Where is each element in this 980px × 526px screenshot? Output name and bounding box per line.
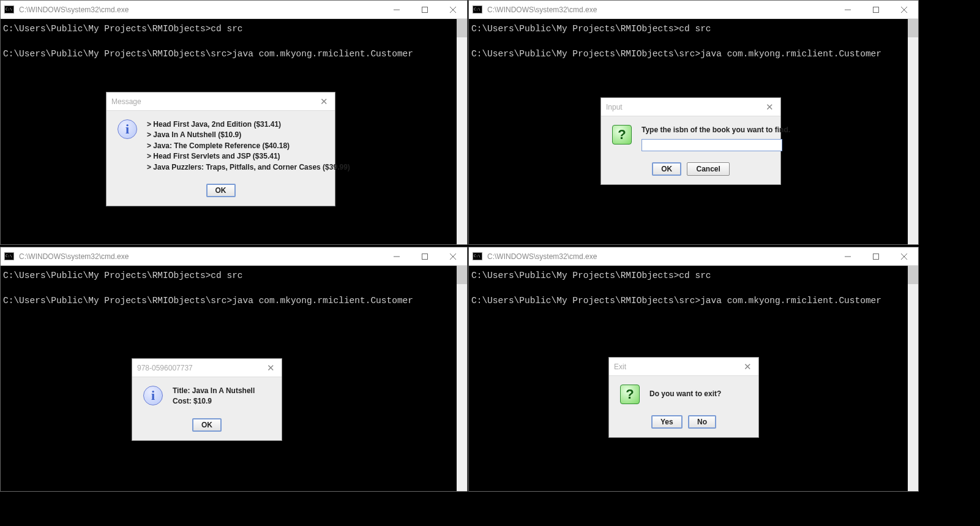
scroll-thumb[interactable] [457, 266, 467, 284]
message-dialog: Message ✕ i > Head First Java, 2nd Editi… [106, 92, 335, 206]
maximize-button[interactable] [862, 247, 890, 265]
question-icon: ? [612, 125, 632, 145]
svg-rect-5 [873, 7, 879, 12]
dialog-title: Message [111, 97, 318, 106]
ok-button[interactable]: OK [206, 184, 236, 197]
close-button[interactable] [890, 247, 918, 265]
cmd-icon [4, 6, 14, 13]
scroll-thumb[interactable] [457, 19, 467, 37]
maximize-button[interactable] [411, 1, 439, 18]
isbn-result-dialog: 978-0596007737 ✕ i Title: Java In A Nuts… [132, 358, 282, 441]
question-icon: ? [620, 385, 640, 404]
close-icon[interactable]: ✕ [264, 363, 277, 374]
input-prompt: Type the isbn of the book you want to fi… [641, 125, 790, 135]
ok-button[interactable]: OK [652, 162, 681, 176]
close-button[interactable] [439, 1, 467, 18]
scroll-thumb[interactable] [908, 266, 918, 284]
maximize-button[interactable] [411, 247, 439, 265]
window-title: C:\WINDOWS\system32\cmd.exe [19, 252, 383, 261]
cmd-icon [473, 6, 482, 13]
close-button[interactable] [439, 247, 467, 265]
dialog-titlebar: Input ✕ [601, 98, 780, 116]
dialog-title: Exit [614, 363, 741, 371]
titlebar: C:\WINDOWS\system32\cmd.exe [469, 247, 918, 266]
minimize-button[interactable] [834, 1, 862, 18]
scrollbar[interactable] [908, 266, 918, 491]
dialog-titlebar: Message ✕ [107, 92, 335, 111]
close-icon[interactable]: ✕ [741, 361, 754, 372]
maximize-button[interactable] [862, 1, 890, 18]
minimize-button[interactable] [834, 247, 862, 265]
cmd-window-2: C:\WINDOWS\system32\cmd.exe C:\Users\Pub… [468, 0, 919, 245]
window-title: C:\WINDOWS\system32\cmd.exe [487, 6, 834, 14]
window-title: C:\WINDOWS\system32\cmd.exe [487, 252, 834, 261]
cancel-button[interactable]: Cancel [687, 162, 729, 176]
cmd-window-3: C:\WINDOWS\system32\cmd.exe C:\Users\Pub… [0, 247, 468, 492]
dialog-titlebar: 978-0596007737 ✕ [132, 359, 282, 377]
titlebar: C:\WINDOWS\system32\cmd.exe [1, 247, 467, 266]
dialog-content: Do you want to exit? [649, 389, 721, 399]
input-dialog: Input ✕ ? Type the isbn of the book you … [600, 97, 781, 185]
minimize-button[interactable] [383, 247, 411, 265]
info-icon: i [143, 386, 163, 405]
svg-rect-1 [422, 7, 428, 12]
dialog-content: > Head First Java, 2nd Edition ($31.41) … [147, 119, 350, 173]
scrollbar[interactable] [908, 19, 918, 244]
close-icon[interactable]: ✕ [318, 96, 330, 107]
scroll-thumb[interactable] [908, 19, 918, 37]
minimize-button[interactable] [383, 1, 411, 18]
info-icon: i [118, 119, 137, 139]
exit-dialog: Exit ✕ ? Do you want to exit? Yes No [608, 357, 759, 438]
yes-button[interactable]: Yes [651, 415, 683, 429]
svg-rect-9 [422, 254, 428, 259]
dialog-content: Title: Java In A Nutshell Cost: $10.9 [173, 386, 255, 407]
ok-button[interactable]: OK [192, 418, 222, 432]
scrollbar[interactable] [457, 266, 467, 491]
cmd-window-4: C:\WINDOWS\system32\cmd.exe C:\Users\Pub… [468, 247, 919, 492]
cmd-window-1: C:\WINDOWS\system32\cmd.exe C:\Users\Pub… [0, 0, 468, 245]
dialog-titlebar: Exit ✕ [609, 358, 758, 376]
isbn-input[interactable] [641, 139, 782, 151]
no-button[interactable]: No [688, 415, 716, 429]
titlebar: C:\WINDOWS\system32\cmd.exe [1, 1, 467, 19]
dialog-content: Type the isbn of the book you want to fi… [641, 125, 790, 151]
close-button[interactable] [890, 1, 918, 18]
dialog-title: Input [606, 103, 763, 111]
cmd-icon [473, 252, 482, 260]
exit-prompt: Do you want to exit? [649, 389, 721, 399]
close-icon[interactable]: ✕ [763, 102, 776, 113]
svg-rect-13 [873, 254, 879, 259]
titlebar: C:\WINDOWS\system32\cmd.exe [469, 1, 918, 19]
scrollbar[interactable] [457, 19, 467, 244]
window-title: C:\WINDOWS\system32\cmd.exe [19, 6, 383, 14]
dialog-title: 978-0596007737 [137, 364, 264, 372]
cmd-icon [4, 252, 14, 260]
